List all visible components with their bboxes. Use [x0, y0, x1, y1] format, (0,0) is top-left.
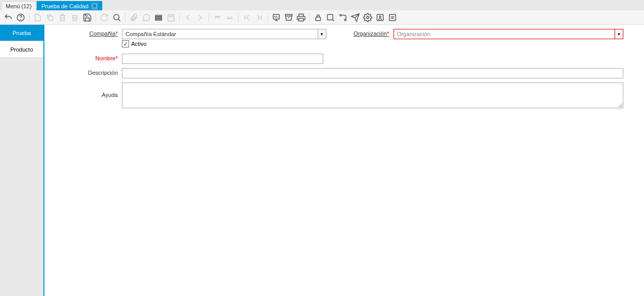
activo-label: Activo	[131, 41, 147, 47]
calendar-icon	[166, 12, 176, 23]
lock-icon[interactable]	[313, 12, 323, 23]
svg-rect-9	[316, 17, 321, 21]
sidebar: Prueba Producto	[0, 25, 44, 296]
refresh-icon	[99, 12, 109, 23]
print-icon[interactable]	[296, 12, 306, 23]
last-record-icon	[254, 12, 264, 23]
svg-rect-2	[49, 16, 53, 20]
svg-rect-4	[155, 15, 162, 16]
gear-icon[interactable]	[363, 12, 373, 23]
export-icon[interactable]	[387, 12, 398, 23]
tab-label: Menú (12)	[6, 3, 32, 9]
svg-point-12	[344, 19, 346, 21]
chevron-down-icon[interactable]: ▼	[615, 29, 623, 39]
activo-checkbox[interactable]: ✓	[122, 40, 129, 47]
compania-value: Compañía Estándar	[122, 29, 318, 39]
activo-checkbox-row[interactable]: ✓ Activo	[122, 39, 623, 47]
new-icon	[33, 12, 43, 23]
svg-point-13	[367, 16, 369, 19]
form-content: Compañía Compañía Estándar ▼ Organizació…	[44, 25, 644, 296]
toolbar	[0, 10, 644, 25]
first-icon	[183, 12, 193, 23]
close-icon[interactable]: ✕	[91, 3, 98, 9]
organizacion-placeholder: Organización	[394, 29, 615, 39]
svg-rect-10	[327, 14, 333, 20]
copy-icon	[45, 12, 55, 23]
tab-prueba-calidad[interactable]: Prueba de Calidad ✕	[37, 1, 102, 10]
svg-point-15	[380, 16, 381, 18]
tab-label: Prueba de Calidad	[41, 3, 88, 9]
ayuda-textarea[interactable]	[122, 83, 623, 108]
prev-icon	[195, 12, 206, 23]
nombre-label: Nombre	[50, 54, 122, 61]
chevron-down-icon[interactable]: ▼	[318, 29, 326, 39]
attachment-icon	[129, 12, 139, 23]
first-record-icon	[242, 12, 252, 23]
workflow-icon[interactable]	[338, 12, 348, 23]
delete-selected-icon	[70, 12, 80, 23]
compania-field[interactable]: Compañía Estándar ▼	[122, 29, 326, 39]
svg-point-3	[114, 14, 119, 20]
save-icon[interactable]	[82, 12, 92, 23]
sidebar-tab-producto[interactable]: Producto	[0, 41, 43, 58]
svg-point-11	[340, 14, 341, 16]
organizacion-field[interactable]: Organización ▼	[394, 29, 624, 39]
detail-icon	[225, 12, 235, 23]
window-tabs: Menú (12) Prueba de Calidad ✕	[0, 0, 644, 10]
delete-icon	[57, 12, 68, 23]
svg-rect-5	[155, 17, 162, 18]
product-info-icon[interactable]	[375, 12, 385, 23]
svg-rect-16	[389, 14, 396, 21]
request-icon[interactable]	[350, 12, 360, 23]
grid-toggle-icon[interactable]	[153, 12, 164, 23]
sidebar-tab-label: Prueba	[12, 30, 30, 36]
descripcion-input[interactable]	[122, 68, 623, 78]
chat-icon	[141, 12, 151, 23]
ayuda-label: Ayuda	[50, 83, 122, 98]
undo-icon[interactable]	[3, 12, 13, 23]
help-icon[interactable]	[15, 12, 26, 23]
archive-icon[interactable]	[284, 12, 294, 23]
compania-label[interactable]: Compañía	[50, 29, 122, 39]
parent-icon	[212, 12, 223, 23]
sidebar-tab-label: Producto	[10, 46, 33, 53]
search-icon[interactable]	[112, 12, 122, 23]
descripcion-label: Descripción	[50, 68, 122, 76]
nombre-input[interactable]	[122, 54, 323, 64]
tab-menu[interactable]: Menú (12)	[1, 1, 36, 10]
report-icon[interactable]	[271, 12, 281, 23]
sidebar-tab-prueba[interactable]: Prueba	[0, 25, 43, 41]
svg-rect-7	[168, 14, 174, 21]
organizacion-label[interactable]: Organización	[347, 29, 394, 39]
svg-rect-6	[155, 19, 162, 20]
zoom-icon[interactable]	[325, 12, 336, 23]
svg-point-1	[21, 19, 21, 20]
